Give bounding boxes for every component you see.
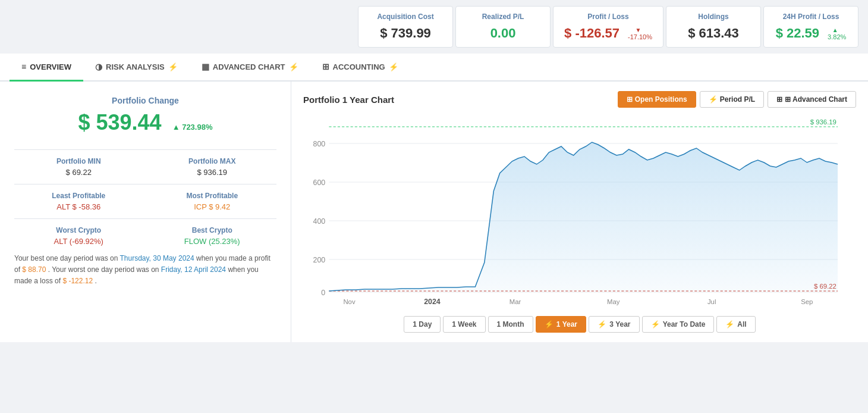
worst-day-date: Friday, 12 April 2024 [161,265,226,274]
time-btn-1year[interactable]: ⚡ 1 Year [536,316,587,333]
svg-text:$ 936.19: $ 936.19 [810,118,836,126]
realized-pl-label: Realized P/L [467,12,539,21]
risk-bolt-icon: ⚡ [168,62,178,71]
tab-overview-label: OVERVIEW [30,62,71,71]
portfolio-stats-grid: Portfolio MIN $ 69.22 Portfolio MAX $ 93… [14,157,276,177]
realized-pl-value: 0.00 [467,26,539,41]
acquisition-cost-value: $ 739.99 [369,26,442,41]
time-btn-1month-label: 1 Month [497,320,524,328]
time-btn-1day[interactable]: 1 Day [404,316,441,333]
portfolio-change-arrow: ▲ [172,123,180,132]
least-profitable-item: Least Profitable ALT $ -58.36 [14,192,143,211]
open-positions-button[interactable]: ⊞ Open Positions [618,91,696,108]
period-pl-button[interactable]: ⚡ Period P/L [700,91,764,108]
profit-loss-24h-card: 24H Profit / Loss $ 22.59 ▲ 3.82% [763,6,858,48]
open-positions-label: Open Positions [635,95,687,104]
accounting-icon: ⊞ [322,62,329,71]
worst-crypto-label: Worst Crypto [14,226,143,234]
main-content: Portfolio Change $ 539.44 ▲ 723.98% Port… [0,82,868,342]
time-btn-all[interactable]: ⚡ All [716,316,755,333]
most-profitable-label: Most Profitable [148,192,277,200]
svg-text:Nov: Nov [343,298,356,305]
profit-loss-value: $ -126.57 [564,26,619,41]
portfolio-change-value: $ 539.44 ▲ 723.98% [14,110,276,142]
chart-icon: ▦ [202,62,209,71]
best-crypto-value: FLOW (25.23%) [148,237,277,246]
profit-loss-arrow: ▼ [636,27,641,33]
most-profitable-value: ICP $ 9.42 [148,202,277,211]
time-btn-3year[interactable]: ⚡ 3 Year [589,316,640,333]
least-profitable-label: Least Profitable [14,192,143,200]
portfolio-min-value: $ 69.22 [14,168,143,177]
left-panel: Portfolio Change $ 539.44 ▲ 723.98% Port… [0,82,291,342]
worst-crypto-item: Worst Crypto ALT (-69.92%) [14,226,143,246]
svg-text:Mar: Mar [510,298,521,305]
description-text-3: . Your worst one day period was on [48,265,161,274]
portfolio-description: Your best one day period was on Thursday… [14,253,276,287]
description-text-5: . [95,277,96,285]
time-btn-3year-label: 3 Year [609,320,630,328]
tab-advanced-chart[interactable]: ▦ ADVANCED CHART ⚡ [190,54,310,82]
time-btn-ytd[interactable]: ⚡ Year To Date [642,316,715,333]
profit-loss-24h-sub: 3.82% [828,33,846,40]
divider-3 [14,218,276,219]
profit-loss-sub: -17.10% [628,33,652,40]
chart-action-buttons: ⊞ Open Positions ⚡ Period P/L ⊞ ⊞ Advanc… [618,91,856,108]
svg-text:200: 200 [313,256,326,264]
tab-risk-analysis[interactable]: ◑ RISK ANALYSIS ⚡ [83,54,190,82]
profitability-stats-grid: Least Profitable ALT $ -58.36 Most Profi… [14,192,276,211]
advanced-chart-icon: ⊞ [776,95,782,104]
profit-loss-24h-label: 24H Profit / Loss [775,12,847,21]
advanced-chart-button[interactable]: ⊞ ⊞ Advanced Chart [768,91,856,108]
svg-text:May: May [607,298,620,305]
time-range-buttons: 1 Day 1 Week 1 Month ⚡ 1 Year ⚡ 3 Year ⚡… [303,316,856,333]
best-day-profit: $ 88.70 [22,265,46,274]
best-crypto-label: Best Crypto [148,226,277,234]
nav-tabs: ≡ OVERVIEW ◑ RISK ANALYSIS ⚡ ▦ ADVANCED … [0,54,868,82]
tab-accounting[interactable]: ⊞ ACCOUNTING ⚡ [310,54,410,82]
open-positions-icon: ⊞ [627,95,633,104]
divider-1 [14,149,276,150]
realized-pl-card: Realized P/L 0.00 [455,6,551,48]
holdings-card: Holdings $ 613.43 [666,6,761,48]
portfolio-chart-svg: 800 600 400 200 0 $ 936.19 $ 69.22 [303,114,856,310]
profit-loss-card: Profit / Loss $ -126.57 ▼ -17.10% [553,6,663,48]
overview-icon: ≡ [21,62,26,71]
tab-risk-label: RISK ANALYSIS [106,62,165,71]
tab-overview[interactable]: ≡ OVERVIEW [10,54,83,82]
time-btn-1month[interactable]: 1 Month [488,316,533,333]
svg-text:400: 400 [313,217,326,226]
chart-area: 800 600 400 200 0 $ 936.19 $ 69.22 [303,114,856,310]
time-btn-1day-label: 1 Day [413,320,432,328]
time-btn-1week-label: 1 Week [452,320,476,328]
description-text-1: Your best one day period was on [14,254,119,262]
time-btn-1week[interactable]: 1 Week [443,316,485,333]
best-crypto-item: Best Crypto FLOW (25.23%) [148,226,277,246]
acquisition-cost-card: Acquisition Cost $ 739.99 [358,6,453,48]
accounting-bolt-icon: ⚡ [389,62,398,71]
crypto-stats-grid: Worst Crypto ALT (-69.92%) Best Crypto F… [14,226,276,246]
tab-accounting-label: ACCOUNTING [333,62,385,71]
time-btn-all-label: All [737,320,746,328]
time-btn-all-bolt: ⚡ [725,320,734,328]
worst-day-loss: $ -122.12 [62,277,93,285]
profit-loss-24h-value: $ 22.59 [776,26,819,41]
svg-text:0: 0 [321,289,325,297]
acquisition-cost-label: Acquisition Cost [369,12,442,21]
svg-text:Jul: Jul [707,298,716,305]
worst-crypto-value: ALT (-69.92%) [14,237,143,246]
period-pl-bolt-icon: ⚡ [709,95,718,104]
svg-text:2024: 2024 [424,298,441,306]
portfolio-change-title: Portfolio Change [14,96,276,105]
portfolio-change-pct-value: 723.98% [182,123,212,132]
tab-chart-label: ADVANCED CHART [213,62,285,71]
profit-loss-label: Profit / Loss [564,12,652,21]
advanced-chart-label: ⊞ Advanced Chart [785,95,847,104]
portfolio-min-item: Portfolio MIN $ 69.22 [14,157,143,177]
holdings-value: $ 613.43 [677,26,750,41]
right-panel: Portfolio 1 Year Chart ⊞ Open Positions … [291,82,868,342]
holdings-label: Holdings [677,12,750,21]
svg-text:Sep: Sep [801,298,813,305]
top-metrics-bar: Acquisition Cost $ 739.99 Realized P/L 0… [0,0,868,54]
portfolio-max-label: Portfolio MAX [148,157,277,165]
